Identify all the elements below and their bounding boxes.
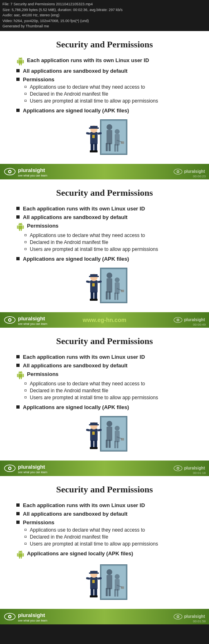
- slide-2-title: Security and Permissions: [12, 188, 197, 198]
- android-icon-1: [16, 57, 24, 65]
- footer-1: pluralsight see what you can learn plura…: [0, 164, 209, 179]
- svg-rect-48: [109, 291, 111, 300]
- slide-2-bullets: Each application runs with its own Linux…: [12, 206, 197, 262]
- bullet-square-icon: [16, 503, 20, 507]
- svg-point-110: [115, 574, 120, 579]
- svg-rect-12: [93, 150, 98, 152]
- ps-logo-text-1: pluralsight see what you can learn: [18, 166, 47, 177]
- pluralsight-logo-left-1: pluralsight see what you can learn: [4, 166, 47, 177]
- bullet-1-1-text: Each application runs with its own Linux…: [27, 57, 149, 63]
- slide-3: Security and Permissions Each applicatio…: [0, 328, 209, 461]
- svg-rect-82: [117, 441, 118, 448]
- sub-2-1: Applications use to declare what they ne…: [24, 233, 158, 238]
- sub-bullet-icon: [24, 543, 27, 545]
- sub-3-2: Declared in the Android manifest file: [24, 388, 158, 394]
- sub-2-2-text: Declared in the Android manifest file: [30, 239, 108, 245]
- sub-list-2: Applications use to declare what they ne…: [16, 233, 158, 253]
- ps-name-right-2: pluralsight: [184, 318, 205, 322]
- svg-point-30: [177, 171, 178, 172]
- svg-rect-78: [109, 440, 111, 448]
- svg-rect-11: [90, 150, 94, 152]
- ps-tagline-4: see what you can learn: [18, 619, 47, 622]
- eye-icon-right-4: [173, 614, 182, 619]
- svg-rect-67: [89, 424, 99, 425]
- bullet-square-icon: [16, 405, 20, 409]
- guard-svg-3: [78, 414, 131, 453]
- ps-name-1: pluralsight: [18, 167, 45, 173]
- sub-list-4: Applications use to declare what they ne…: [16, 527, 158, 548]
- bullet-3-1: Each application runs with its own Linux…: [16, 354, 197, 360]
- info-line3: Audio: aac, 44100 Hz, stereo (eng): [2, 13, 207, 18]
- android-icon-4: [16, 550, 24, 559]
- svg-rect-21: [117, 144, 118, 152]
- bullet-4-4-text: Applications are signed locally (APK fil…: [27, 550, 133, 557]
- svg-rect-17: [109, 143, 111, 151]
- sub-3-3-text: Users are prompted at install time to al…: [30, 395, 158, 400]
- sub-4-2-text: Declared in the Android manifest file: [30, 534, 108, 540]
- svg-rect-81: [114, 441, 116, 448]
- svg-rect-109: [115, 579, 120, 590]
- svg-rect-24: [121, 141, 124, 144]
- sub-1-3-text: Users are prompted at install time to al…: [30, 98, 158, 104]
- android-icon-2: [16, 223, 24, 231]
- ps-tagline-1: see what you can learn: [18, 174, 47, 177]
- svg-point-57: [9, 319, 11, 320]
- bullet-2-1: Each application runs with its own Linux…: [16, 206, 197, 212]
- guard-svg-1: [78, 118, 131, 157]
- ps-logo-text-4: pluralsight see what you can learn: [18, 611, 47, 622]
- bullet-4-1: Each application runs with its own Linux…: [16, 502, 197, 508]
- bullet-2-3-text: Permissions: [27, 223, 58, 229]
- bullet-1-4-text: Applications are signed locally (APK fil…: [23, 107, 129, 114]
- pluralsight-logo-right-2: pluralsight: [173, 317, 205, 323]
- sub-list-1: Applications use to declare what they ne…: [16, 84, 158, 105]
- ps-logo-text-2: pluralsight see what you can learn: [18, 315, 47, 325]
- ps-name-3: pluralsight: [18, 464, 45, 470]
- bullet-3-2: All applications are sandboxed by defaul…: [16, 362, 197, 369]
- slide-1-bullets: Each application runs with its own Linux…: [12, 57, 197, 114]
- sub-2-2: Declared in the Android manifest file: [24, 239, 158, 245]
- bullet-4-4: Applications are signed locally (APK fil…: [16, 550, 197, 559]
- svg-rect-74: [92, 432, 95, 435]
- ps-logo-text-3: pluralsight see what you can learn: [18, 463, 47, 474]
- pluralsight-logo-left-4: pluralsight see what you can learn: [4, 611, 47, 622]
- bullet-3-4: Applications are signed locally (APK fil…: [16, 404, 197, 410]
- slide-4-bullets: Each application runs with its own Linux…: [12, 502, 197, 559]
- svg-point-19: [115, 129, 120, 134]
- svg-rect-68: [86, 429, 91, 432]
- svg-rect-108: [109, 588, 111, 596]
- slide-4-title: Security and Permissions: [12, 484, 197, 495]
- eye-icon-right-2: [173, 317, 182, 323]
- bullet-1-2-text: All applications are sandboxed by defaul…: [23, 68, 127, 74]
- timestamp-2: 00:00:49: [193, 323, 206, 326]
- svg-rect-49: [115, 282, 120, 294]
- bullet-1-4: Applications are signed locally (APK fil…: [16, 107, 197, 114]
- svg-point-120: [177, 616, 178, 617]
- pluralsight-logo-left-3: pluralsight see what you can learn: [4, 463, 47, 474]
- svg-rect-37: [89, 276, 99, 277]
- guard-svg-4: [78, 563, 131, 602]
- svg-rect-97: [89, 572, 99, 574]
- sub-bullet-icon: [24, 396, 27, 398]
- slide-1: Security and Permissions Each applicatio…: [0, 31, 209, 164]
- svg-rect-47: [106, 291, 108, 300]
- watermark-text: www.eg-hn.com: [83, 317, 127, 323]
- svg-point-27: [9, 170, 11, 172]
- bullet-2-2: All applications are sandboxed by defaul…: [16, 214, 197, 220]
- bullet-square-icon: [16, 257, 20, 260]
- sub-1-2: Declared in the Android manifest file: [24, 91, 158, 97]
- sub-1-1: Applications use to declare what they ne…: [24, 84, 158, 90]
- svg-rect-84: [121, 438, 124, 441]
- svg-rect-72: [90, 447, 94, 449]
- sub-1-3: Users are prompted at install time to al…: [24, 98, 158, 104]
- timestamp-3: 00:01:18: [193, 471, 206, 475]
- pluralsight-logo-right-4: pluralsight: [173, 614, 205, 619]
- svg-point-90: [177, 467, 178, 469]
- sub-bullet-icon: [24, 248, 27, 250]
- svg-rect-114: [121, 586, 124, 589]
- bullet-2-4-text: Applications are signed locally (APK fil…: [23, 256, 129, 262]
- svg-rect-104: [92, 580, 95, 583]
- sub-2-3: Users are prompted at install time to al…: [24, 246, 158, 252]
- ps-name-right-3: pluralsight: [184, 466, 205, 470]
- android-icon-3: [16, 371, 24, 379]
- guard-image-4: [12, 563, 197, 602]
